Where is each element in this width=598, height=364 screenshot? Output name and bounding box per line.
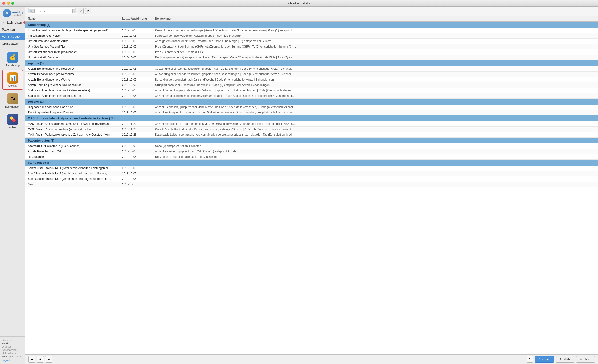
group-header-dossier: Dossier (2)	[25, 99, 598, 105]
cell-name: SantéSuisse Statistik Nr. 1 (Total der v…	[28, 166, 122, 170]
group-label: SantéSuisse (5)	[28, 161, 122, 164]
table-row[interactable]: Fallkosten pro Überweiser 2018-10-05 Fal…	[25, 33, 598, 39]
list-view-button[interactable]: ☰	[28, 356, 35, 363]
close-button[interactable]	[2, 2, 5, 5]
logo-subtext: medical	[12, 14, 23, 16]
title-bar: siMed – Statistik	[0, 0, 598, 7]
cell-note: Preis (Σ) entspricht der Summe (CHF)	[155, 50, 596, 54]
group-header-patientendaten: Patientendaten (3)	[25, 138, 598, 143]
cell-note: Gruppiert nach Jahr, Ressource und Woche…	[155, 83, 596, 87]
sidebar-item-statistik[interactable]: 📊 Statistik	[2, 70, 23, 90]
sidebar-footer: Benutzer ametiq Drucker Seitenansicht Da…	[0, 336, 25, 364]
table-row[interactable]: Umsatz von Medikamente/Artikel 2018-10-0…	[25, 39, 598, 44]
group-label: MAS (Strukturdaten Arztpraxen und ambula…	[28, 117, 122, 120]
search-wrapper: 🔍 ▾	[28, 8, 76, 14]
cell-name: Umsätze Tarmed (AL und TL)	[28, 45, 122, 48]
auswahl-button[interactable]: Auswahl	[535, 356, 554, 363]
sidebar-item-artikel[interactable]: 💊 Artikel	[2, 111, 23, 131]
refresh-search-button[interactable]: ↺	[85, 8, 91, 14]
cell-date: 2018-10-05	[122, 67, 155, 70]
group-header-santesuisse: SantéSuisse (5)	[25, 160, 598, 166]
minimize-button[interactable]	[7, 2, 10, 5]
table-row[interactable]: SantéSuisse Statistik Nr. 1 (Total der v…	[25, 166, 598, 171]
cell-date: 2018-10-05	[122, 166, 155, 170]
cell-date: 2018-10-05	[122, 155, 155, 158]
logout-button[interactable]: Logout	[2, 359, 23, 362]
table-row[interactable]: Anzahl Behandlungen pro Ressource 2018-1…	[25, 66, 598, 72]
table-row[interactable]: SantéSuisse Statistik Nr. 3 (vereinbarte…	[25, 176, 598, 182]
cell-name: MAS_Anzahl Patientenkontakte pro Zeitrau…	[28, 133, 122, 136]
table-row[interactable]: MAS_Anzahl Patientenkontakte pro Zeitrau…	[25, 132, 598, 138]
table-area: Name Letzte Ausführung Bemerkung Abrechn…	[25, 16, 598, 354]
statistik-icon: 📊	[7, 72, 18, 84]
logo-text: amétiq	[12, 10, 23, 14]
search-dropdown-icon[interactable]: ▾	[72, 9, 76, 13]
sidebar-item-grunddaten[interactable]: Grunddaten	[0, 40, 25, 47]
cell-name: SantéSuisse Statistik Nr. 2 (vereinbarte…	[28, 172, 122, 175]
group-label: Patientendaten (3)	[28, 139, 122, 142]
table-row[interactable]: Sant... 2018-10-…	[25, 182, 598, 187]
bottom-left-actions: ☰ + −	[28, 356, 52, 363]
statistik-button[interactable]: Statistik	[556, 356, 574, 363]
table-row[interactable]: Umsätze Tarmed (AL und TL) 2018-10-05 Pr…	[25, 44, 598, 49]
refresh-button[interactable]: ↻	[527, 356, 533, 363]
table-row[interactable]: Status von Agendaterminen (mit Patienten…	[25, 88, 598, 93]
clear-search-button[interactable]: ✕	[77, 8, 84, 14]
search-input[interactable]	[35, 8, 72, 14]
cell-note: Auswertung aller Agendaressourcen, grupp…	[155, 67, 596, 70]
table-row[interactable]: Erbrachte Leistungen aller Tarife pro Le…	[25, 28, 598, 33]
table-row[interactable]: Anzahl Patienten nach Ort 2018-10-05 Anz…	[25, 149, 598, 154]
table-header: Name Letzte Ausführung Bemerkung	[25, 16, 598, 22]
add-button[interactable]: +	[37, 356, 44, 363]
sidebar-item-abrechnung[interactable]: 💰 Abrechnung	[2, 49, 23, 69]
sidebar-item-patienten[interactable]: Patienten	[0, 26, 25, 33]
cell-date: 2018-10-05	[122, 29, 155, 32]
table-row[interactable]: Status von Agendaterminen (ohne Details)…	[25, 93, 598, 99]
table-row[interactable]: Anzahl Behandlungen pro Ressource 2018-1…	[25, 72, 598, 77]
search-icon[interactable]: 🔍	[28, 9, 35, 13]
cell-name: Umsatz von Medikamente/Artikel	[28, 40, 122, 43]
table-row[interactable]: Altersstruktur Patienten in (10er Schrit…	[25, 143, 598, 149]
cell-name: Erbrachte Leistungen aller Tarife pro Le…	[28, 29, 122, 32]
cell-name: SantéSuisse Statistik Nr. 3 (vereinbarte…	[28, 177, 122, 181]
cell-name: Anzahl Behandlungen pro Ressource	[28, 67, 122, 70]
table-row[interactable]: Anzahl Behandlungen pro Woche 2018-10-05…	[25, 77, 598, 82]
remove-button[interactable]: −	[45, 356, 52, 363]
cell-note: Datenbasis Leistungserfassung: Als Konta…	[155, 133, 596, 136]
cell-date: 2018-10-05	[122, 50, 155, 54]
cell-name: Eingetragene Impfungen im Dossier	[28, 111, 122, 114]
cell-note: Behandlungen, gruppiert nach Jahr und Wo…	[155, 78, 596, 81]
cell-date: 2018-10-05	[122, 89, 155, 92]
group-header-agenda: Agenda (6)	[25, 60, 598, 66]
cell-note: Gesamtumsatz pro Leistungserbringer | An…	[155, 29, 596, 32]
cell-note: Code#: Anzahl Kontakte in der Praxis (pr…	[155, 128, 596, 131]
table-row[interactable]: SantéSuisse Statistik Nr. 2 (vereinbarte…	[25, 171, 598, 176]
table-row[interactable]: MAS_Anzahl Patienten pro Jahr (verschied…	[25, 127, 598, 132]
abrechnung-icon: 💰	[7, 52, 18, 63]
cell-note: Anzahl Diagnosen, gruppiert nach Jahr, N…	[155, 105, 596, 109]
table-row[interactable]: MAS_Anzahl Konsultationen (00.0010, im g…	[25, 121, 598, 127]
table-row[interactable]: Umsatzstatistik aller Tarife pro Mandant…	[25, 49, 598, 55]
cell-name: Status von Agendaterminen (ohne Details)	[28, 94, 122, 97]
group-label: Abrechnung (6)	[28, 23, 122, 27]
attribute-button[interactable]: Attribute	[576, 356, 595, 363]
cell-date: 2018-10-05	[122, 56, 155, 59]
cell-name: Diagnosen mit oder ohne Codierung	[28, 105, 122, 109]
sidebar-item-administration[interactable]: Administration	[0, 33, 25, 40]
table-row[interactable]: Neuzugänge 2018-10-05 Neuzugänge gruppie…	[25, 154, 598, 160]
sidebar-item-bestellungen[interactable]: 🗂 Bestellungen	[2, 91, 23, 110]
window-title: siMed – Statistik	[288, 1, 310, 5]
cell-name: Sant...	[28, 183, 122, 186]
cell-date: 2018-10-05	[122, 172, 155, 175]
sidebar-item-nachrichten[interactable]: ✉ Nachrichten 3	[0, 19, 25, 26]
cell-name: Anzahl Behandlungen pro Woche	[28, 78, 122, 81]
table-row[interactable]: Diagnosen mit oder ohne Codierung 2018-1…	[25, 105, 598, 110]
cell-note: Code (#) entspricht Anzahl Patienten	[155, 144, 596, 148]
table-row[interactable]: Anzahl Termine pro Woche und Ressource 2…	[25, 82, 598, 88]
cell-date: 2018-10-05	[122, 45, 155, 48]
window-controls[interactable]	[2, 2, 14, 5]
table-row[interactable]: Eingetragene Impfungen im Dossier 2018-1…	[25, 110, 598, 115]
main-content: 🔍 ▾ ✕ ↺ Name Letzte Ausführung Bemerkung…	[25, 7, 598, 364]
table-row[interactable]: Umsatzstatistik Garanten 2018-10-05 Rech…	[25, 55, 598, 60]
maximize-button[interactable]	[11, 2, 14, 5]
